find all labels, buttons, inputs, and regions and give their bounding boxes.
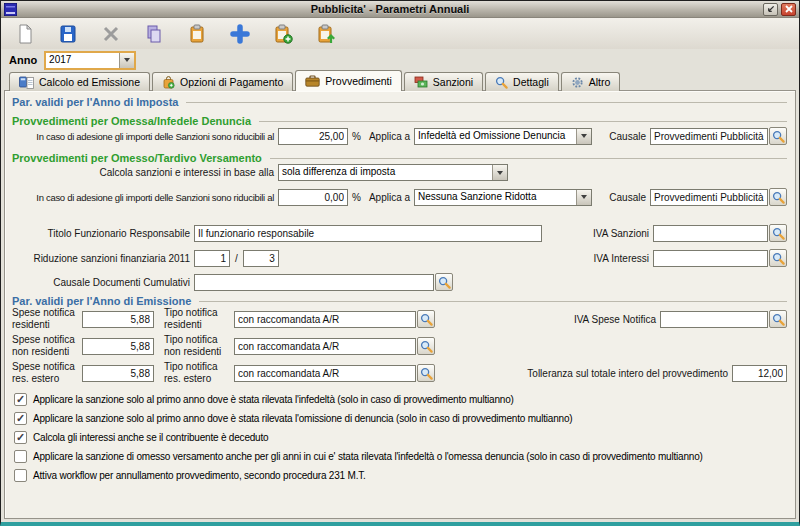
checkbox-list: Applicare la sanzione solo al primo anno… bbox=[14, 393, 703, 482]
lookup-button[interactable] bbox=[769, 224, 787, 242]
tab-dettagli[interactable]: Dettagli bbox=[485, 72, 559, 91]
adesione-percent-input[interactable] bbox=[278, 189, 348, 206]
new-document-icon bbox=[14, 23, 36, 45]
tipo-estero-input[interactable] bbox=[234, 365, 416, 382]
lookup-button[interactable] bbox=[769, 127, 787, 145]
row-spese-residenti: Spese notifica residenti Tipo notifica r… bbox=[12, 306, 787, 332]
magnifier-icon bbox=[420, 340, 433, 353]
lookup-button[interactable] bbox=[417, 310, 435, 328]
chevron-down-icon[interactable] bbox=[576, 190, 591, 205]
tabstrip: Calcolo ed Emissione Opzioni di Pagament… bbox=[9, 70, 620, 91]
spese-residenti-input[interactable] bbox=[82, 311, 154, 328]
causale-input[interactable] bbox=[650, 128, 768, 145]
restore-button[interactable] bbox=[763, 3, 778, 16]
tab-label: Calcolo ed Emissione bbox=[39, 76, 140, 88]
row-adesione-denuncia: In caso di adesione gli importi delle Sa… bbox=[12, 127, 787, 145]
lookup-button[interactable] bbox=[435, 273, 453, 291]
iva-interessi-label: IVA Interessi bbox=[594, 253, 649, 264]
checkbox-icon[interactable] bbox=[14, 412, 27, 425]
applica-a-select[interactable]: Infedeltà ed Omissione Denuncia bbox=[414, 128, 592, 145]
payment-bag-icon bbox=[162, 76, 175, 89]
tab-provvedimenti[interactable]: Provvedimenti bbox=[295, 70, 402, 91]
lookup-button[interactable] bbox=[417, 337, 435, 355]
anno-select[interactable]: 2017 bbox=[44, 51, 136, 70]
iva-interessi-input[interactable] bbox=[653, 250, 768, 267]
tipo-residenti-input[interactable] bbox=[234, 311, 416, 328]
fraction-separator: / bbox=[235, 253, 238, 264]
lookup-button[interactable] bbox=[769, 188, 787, 206]
clipboard-export-button[interactable] bbox=[314, 22, 338, 46]
checkbox-icon[interactable] bbox=[14, 450, 27, 463]
lookup-button[interactable] bbox=[769, 310, 787, 328]
iva-sanzioni-label: IVA Sanzioni bbox=[593, 228, 649, 239]
titolo-funzionario-input[interactable] bbox=[194, 225, 542, 242]
tolleranza-input[interactable] bbox=[732, 365, 787, 382]
riduzione-label: Riduzione sanzioni finanziaria 2011 bbox=[12, 253, 190, 264]
causale-cumulativi-input[interactable] bbox=[194, 274, 434, 291]
checkbox-sanzione-infedelta[interactable]: Applicare la sanzione solo al primo anno… bbox=[14, 393, 703, 406]
titolo-funzionario-label: Titolo Funzionario Responsabile bbox=[12, 228, 190, 239]
riduzione-numerator-input[interactable] bbox=[194, 250, 230, 267]
tipo-residenti-label: Tipo notifica residenti bbox=[164, 307, 234, 331]
add-icon bbox=[229, 23, 251, 45]
spese-non-residenti-input[interactable] bbox=[82, 338, 154, 355]
spese-estero-label: Spese notifica res. estero bbox=[12, 361, 82, 385]
clipboard-add-button[interactable] bbox=[271, 22, 295, 46]
paste-button[interactable] bbox=[185, 22, 209, 46]
tab-label: Provvedimenti bbox=[325, 75, 392, 87]
checkbox-workflow-annullamento[interactable]: Attiva workflow per annullamento provved… bbox=[14, 469, 703, 482]
section-anno-imposta: Par. validi per l'Anno di Imposta bbox=[12, 96, 787, 108]
checkbox-omesso-versamento[interactable]: Applicare la sanzione di omesso versamen… bbox=[14, 450, 703, 463]
copy-button[interactable] bbox=[142, 22, 166, 46]
new-document-button[interactable] bbox=[13, 22, 37, 46]
iva-spese-notifica-input[interactable] bbox=[660, 311, 768, 328]
calcola-base-select[interactable]: sola differenza di imposta bbox=[278, 164, 508, 181]
lookup-button[interactable] bbox=[417, 364, 435, 382]
row-titolo-funzionario: Titolo Funzionario Responsabile IVA Sanz… bbox=[12, 224, 787, 242]
tab-opzioni-di-pagamento[interactable]: Opzioni di Pagamento bbox=[152, 72, 293, 91]
lookup-button[interactable] bbox=[769, 249, 787, 267]
calculator-document-icon bbox=[19, 76, 34, 89]
iva-sanzioni-input[interactable] bbox=[653, 225, 768, 242]
adesione-percent-input[interactable] bbox=[278, 128, 348, 145]
tab-label: Dettagli bbox=[513, 76, 549, 88]
tipo-non-residenti-input[interactable] bbox=[234, 338, 416, 355]
percent-sign: % bbox=[352, 131, 361, 142]
magnifier-icon bbox=[420, 313, 433, 326]
section-omesso-tardivo: Provvedimenti per Omesso/Tardivo Versame… bbox=[12, 152, 787, 164]
checkbox-icon[interactable] bbox=[14, 469, 27, 482]
add-record-button[interactable] bbox=[228, 22, 252, 46]
divider bbox=[186, 102, 787, 103]
chevron-down-icon[interactable] bbox=[576, 129, 591, 144]
checkbox-icon[interactable] bbox=[14, 393, 27, 406]
calcola-base-label: Calcola sanzioni e interessi in base all… bbox=[12, 167, 274, 178]
tolleranza-label: Tolleranza sul totale intero del provved… bbox=[527, 368, 728, 379]
row-riduzione-2011: Riduzione sanzioni finanziaria 2011 / IV… bbox=[12, 249, 787, 267]
checkbox-sanzione-omissione[interactable]: Applicare la sanzione solo al primo anno… bbox=[14, 412, 703, 425]
paste-icon bbox=[186, 23, 208, 45]
clipboard-add-icon bbox=[272, 23, 294, 45]
applica-a-select[interactable]: Nessuna Sanzione Ridotta bbox=[414, 189, 592, 206]
riduzione-denominator-input[interactable] bbox=[243, 250, 279, 267]
delete-button[interactable] bbox=[99, 22, 123, 46]
save-button[interactable] bbox=[56, 22, 80, 46]
close-button[interactable] bbox=[781, 3, 796, 16]
causale-input[interactable] bbox=[650, 189, 768, 206]
clipboard-export-icon bbox=[315, 23, 337, 45]
tab-calcolo-ed-emissione[interactable]: Calcolo ed Emissione bbox=[9, 72, 150, 91]
anno-label: Anno bbox=[9, 54, 37, 66]
tab-sanzioni[interactable]: Sanzioni bbox=[404, 72, 483, 91]
checkbox-icon[interactable] bbox=[14, 431, 27, 444]
tab-altro[interactable]: Altro bbox=[561, 72, 621, 91]
chevron-down-icon[interactable] bbox=[492, 165, 507, 180]
spese-estero-input[interactable] bbox=[82, 365, 154, 382]
checkbox-interessi-deceduto[interactable]: Calcola gli interessi anche se il contri… bbox=[14, 431, 703, 444]
titlebar[interactable]: Pubblicita' - Parametri Annuali bbox=[1, 1, 799, 18]
chevron-down-icon[interactable] bbox=[119, 53, 134, 68]
causale-cumulativi-label: Causale Documenti Cumulativi bbox=[12, 277, 190, 288]
magnifier-icon bbox=[772, 313, 785, 326]
magnifier-icon bbox=[420, 367, 433, 380]
spese-non-residenti-label: Spese notifica non residenti bbox=[12, 334, 82, 358]
section-omessa-infedele: Provvedimenti per Omessa/Infedele Denunc… bbox=[12, 115, 787, 127]
tab-label: Altro bbox=[589, 76, 611, 88]
